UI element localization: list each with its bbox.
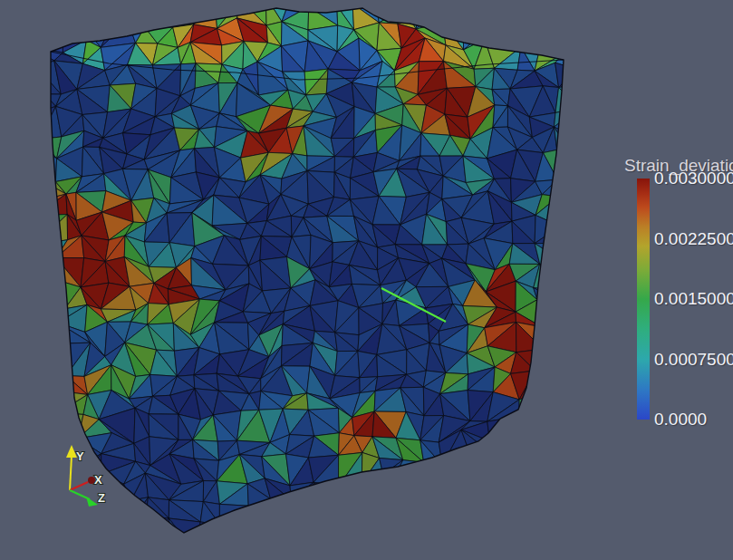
mesh-triangle <box>577 172 611 197</box>
mesh-triangle <box>56 439 79 453</box>
mesh-triangle <box>535 0 564 30</box>
mesh-triangle <box>196 522 220 553</box>
mesh-triangle <box>145 5 173 27</box>
mesh-triangle <box>362 475 383 496</box>
mesh-triangle <box>588 329 601 352</box>
mesh-triangle <box>514 507 543 522</box>
mesh-triangle <box>514 18 539 51</box>
mesh-triangle <box>536 520 564 552</box>
mesh-triangle <box>146 517 169 538</box>
mesh-triangle <box>575 114 608 137</box>
mesh-triangle <box>194 0 217 28</box>
mesh-triangle <box>564 343 588 372</box>
mesh-triangle <box>535 343 564 371</box>
mesh-triangle <box>446 524 472 545</box>
mesh-triangle <box>219 524 245 551</box>
mesh-triangle <box>530 408 564 430</box>
mesh-triangle <box>40 257 56 279</box>
mesh-triangle <box>53 522 85 548</box>
mesh-triangle <box>34 481 66 504</box>
mesh-triangle <box>349 496 384 526</box>
mesh-triangle <box>315 499 335 521</box>
mesh-triangle <box>530 422 564 431</box>
mesh-triangle <box>511 455 530 480</box>
mesh-triangle <box>280 529 315 542</box>
mesh-triangle <box>574 125 608 159</box>
mesh-triangle <box>66 473 86 504</box>
mesh-triangle <box>530 430 563 454</box>
mesh-triangle <box>586 234 608 269</box>
mesh-triangle <box>553 325 588 345</box>
mesh-triangle <box>104 527 124 551</box>
scalar-bar-widget[interactable]: Strain_deviation 0.00300000.00225000.001… <box>623 154 733 444</box>
mesh-triangle <box>553 325 588 345</box>
mesh-triangle <box>564 430 585 451</box>
mesh-triangle <box>506 416 538 430</box>
mesh-triangle <box>530 392 562 422</box>
mesh-triangle <box>335 499 353 519</box>
mesh-triangle <box>579 269 598 282</box>
mesh-triangle <box>443 497 464 524</box>
mesh-triangle <box>584 24 606 44</box>
mesh-triangle <box>353 519 385 547</box>
y-axis-label: Y <box>76 449 84 463</box>
mesh-triangle <box>585 507 605 526</box>
mesh-triangle <box>40 412 59 443</box>
mesh-triangle <box>576 68 606 82</box>
mesh-triangle <box>579 261 598 283</box>
mesh-triangle <box>384 524 397 552</box>
mesh-triangle <box>104 517 135 552</box>
mesh-triangle <box>443 3 469 22</box>
mesh-triangle <box>39 301 64 323</box>
mesh-triangle <box>54 504 77 529</box>
mesh-triangle <box>34 453 67 481</box>
mesh-triangle <box>443 0 469 23</box>
mesh-triangle <box>59 394 88 414</box>
fem-mesh-block[interactable] <box>32 0 611 553</box>
mesh-triangle <box>564 495 579 520</box>
mesh-triangle <box>537 25 564 50</box>
mesh-triangle <box>540 263 566 291</box>
mesh-triangle <box>35 245 56 264</box>
mesh-triangle <box>511 455 530 476</box>
mesh-triangle <box>59 412 83 438</box>
mesh-triangle <box>577 523 605 546</box>
mesh-triangle <box>37 323 65 354</box>
mesh-triangle <box>33 526 54 553</box>
mesh-triangle <box>564 482 586 505</box>
mesh-triangle <box>429 478 443 509</box>
mesh-triangle <box>577 197 602 219</box>
mesh-triangle <box>374 0 404 23</box>
mesh-triangle <box>490 441 520 458</box>
mesh-triangle <box>558 197 580 227</box>
mesh-triangle <box>519 416 538 430</box>
mesh-triangle <box>463 17 495 50</box>
mesh-triangle <box>582 442 612 453</box>
mesh-triangle <box>560 227 586 244</box>
mesh-triangle <box>510 522 536 553</box>
mesh-triangle <box>560 197 580 227</box>
mesh-triangle <box>470 522 486 543</box>
mesh-triangle <box>464 506 496 527</box>
mesh-triangle <box>576 329 599 344</box>
mesh-triangle <box>539 30 564 52</box>
mesh-triangle <box>349 483 382 498</box>
mesh-triangle <box>552 391 582 409</box>
mesh-triangle <box>555 63 577 87</box>
mesh-triangle <box>542 327 564 349</box>
mesh-triangle <box>196 524 225 552</box>
mesh-triangle <box>575 25 606 44</box>
mesh-triangle <box>429 476 441 509</box>
mesh-triangle <box>562 368 582 400</box>
z-axis-arrowhead-icon <box>86 497 98 507</box>
mesh-triangle <box>576 69 606 85</box>
mesh-triangle <box>39 279 64 309</box>
mesh-triangle <box>492 458 511 487</box>
mesh-triangle <box>559 282 579 306</box>
mesh-triangle <box>63 17 86 40</box>
mesh-triangle <box>131 497 149 517</box>
mesh-triangle <box>396 508 429 524</box>
mesh-triangle <box>559 302 577 334</box>
mesh-triangle <box>586 219 608 246</box>
mesh-triangle <box>558 172 580 197</box>
